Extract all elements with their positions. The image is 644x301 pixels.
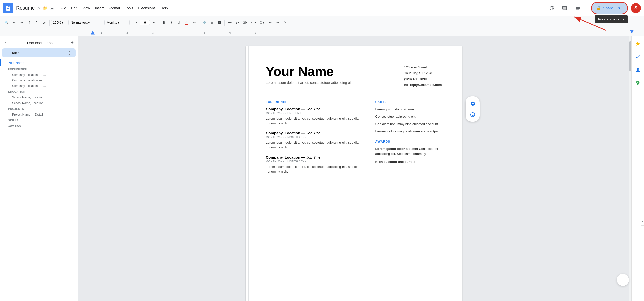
menu-insert[interactable]: Insert [92,5,106,11]
font-color-button[interactable]: A [183,19,190,27]
undo-button[interactable]: ↩ [11,19,18,27]
menu-extensions[interactable]: Extensions [136,5,158,11]
meet-button[interactable] [573,3,583,13]
doc-title[interactable]: Resume [16,5,35,11]
job-2-title: Company, Location — Job Title [266,131,365,135]
outline-school-1[interactable]: School Name, Location... [0,95,78,100]
skill-1: Lorem ipsum dolor sit amet. [375,107,442,112]
job-3-desc: Lorem ipsum dolor sit amet, consectetuer… [266,164,365,174]
outline-project-1[interactable]: Project Name — Detail [0,112,78,117]
outline-school-2[interactable]: School Name, Location... [0,100,78,106]
line-spacing-button[interactable]: ↕▾ [234,19,241,27]
indent-decrease-button[interactable]: ⇤ [267,19,274,27]
highlight-button[interactable]: ✏ [191,19,198,27]
skill-2: Consectetuer adipiscing elit. [375,114,442,119]
award-2-desc: ut [413,160,415,164]
italic-button[interactable]: I [168,19,175,27]
font-size-increase[interactable]: + [150,19,157,27]
sidebar-title: Document tabs [27,41,53,45]
numbered-list-button[interactable]: ①▾ [258,19,266,27]
award-2: Nibh euismod tincidunt ut [375,159,442,164]
redo-button[interactable]: ↪ [18,19,25,27]
menu-bar: File Edit View Insert Format Tools Exten… [58,5,170,11]
add-comment-button[interactable]: ⊕ [208,19,215,27]
star-panel-icon[interactable] [633,39,642,48]
menu-format[interactable]: Format [106,5,122,11]
tab-icon: ☰ [6,51,9,55]
zoom-chevron: ▾ [62,21,63,24]
user-avatar[interactable]: S [631,3,641,13]
two-col-layout: EXPERIENCE Company, Location — Job Title… [266,100,442,179]
tab-expand-button[interactable]: › [641,218,644,226]
bullet-list-button[interactable]: ≔▾ [250,19,258,27]
checklist-button[interactable]: ☑▾ [241,19,249,27]
section-divider [266,96,442,96]
floating-action-buttons [466,96,480,122]
person-panel-icon[interactable] [633,65,642,74]
image-button[interactable]: 🖼 [216,19,223,27]
star-icon[interactable]: ☆ [37,5,41,11]
format-paint-button[interactable]: 🖌 [41,19,48,27]
spell-check-button[interactable]: Ꞔ [33,19,40,27]
toolbar: 🔍 ↩ ↪ 🖨 Ꞔ 🖌 100% ▾ Normal text ▾ Merri..… [0,16,644,29]
outline-awards-heading: AWARDS [0,123,78,129]
contact-info: 123 Your Street Your City, ST 12345 (123… [404,64,442,88]
maps-panel-icon[interactable] [633,78,642,87]
contact-street: 123 Your Street [404,64,442,70]
comments-button[interactable] [560,3,570,13]
job-entry-3: Company, Location — Job Title MONTH 20XX… [266,155,365,174]
font-value: Merri... [107,21,117,24]
add-button[interactable]: + [617,274,629,286]
job-entry-1: Company, Location — Job Title MONTH 20XX… [266,107,365,126]
sidebar-add-button[interactable]: + [71,40,74,45]
document-area[interactable]: Your Name Lorem ipsum dolor sit amet, co… [78,36,629,301]
scrollbar[interactable] [629,36,631,301]
document-page: Your Name Lorem ipsum dolor sit amet, co… [246,46,462,301]
toolbar-sep-4 [131,20,131,26]
cloud-icon[interactable]: ☁ [50,6,54,10]
share-dropdown-arrow[interactable]: ▾ [616,5,623,12]
tab-1-item[interactable]: ☰ Tab 1 ⋮ [2,48,76,57]
menu-view[interactable]: View [80,5,92,11]
style-selector[interactable]: Normal text ▾ [68,20,101,25]
indent-increase-button[interactable]: ⇥ [274,19,281,27]
check-panel-icon[interactable] [633,52,642,61]
outline-company-1[interactable]: Company, Location — J... [0,72,78,78]
underline-button[interactable]: U [175,19,182,27]
award-1-title: Lorem ipsum dolor sit [375,147,411,151]
emoji-float-button[interactable] [468,110,478,120]
font-selector[interactable]: Merri... ▾ [104,20,130,25]
font-size-input[interactable] [140,20,150,25]
tab-label: Tab 1 [11,51,66,55]
bold-button[interactable]: B [160,19,167,27]
outline-company-3[interactable]: Company, Location — J... [0,83,78,89]
print-button[interactable]: 🖨 [26,19,33,27]
sidebar-back-button[interactable]: ← [4,40,9,45]
menu-edit[interactable]: Edit [69,5,80,11]
job-3-title: Company, Location — Job Title [266,155,365,159]
doc-title-area: Resume ☆ 📁 ☁ [16,5,54,11]
link-button[interactable]: 🔗 [201,19,208,27]
folder-icon[interactable]: 📁 [43,6,48,10]
main-area: ← Document tabs + ☰ Tab 1 ⋮ Your Name EX… [0,36,644,301]
tab-more-icon[interactable]: ⋮ [68,51,72,55]
menu-file[interactable]: File [58,5,69,11]
zoom-selector[interactable]: 100% ▾ [51,20,65,25]
menu-help[interactable]: Help [158,5,170,11]
outline-company-2[interactable]: Company, Location — J... [0,78,78,83]
font-size-decrease[interactable]: − [133,19,140,27]
sidebar: ← Document tabs + ☰ Tab 1 ⋮ Your Name EX… [0,36,78,301]
left-column: EXPERIENCE Company, Location — Job Title… [266,100,365,179]
page-header: Your Name Lorem ipsum dolor sit amet, co… [266,64,442,88]
history-button[interactable] [547,3,557,13]
scrollbar-thumb[interactable] [629,41,631,71]
menu-tools[interactable]: Tools [123,5,136,11]
outline-your-name[interactable]: Your Name [0,59,78,66]
add-comment-float-button[interactable] [468,98,478,109]
search-button[interactable]: 🔍 [3,19,10,27]
align-button[interactable]: ≡▾ [226,19,233,27]
clear-format-button[interactable]: ✕ [282,19,289,27]
top-bar: Resume ☆ 📁 ☁ File Edit View Insert Forma… [0,0,644,16]
contact-city: Your City, ST 12345 [404,70,442,76]
share-button[interactable]: 🔒 Share ▾ [591,2,628,14]
